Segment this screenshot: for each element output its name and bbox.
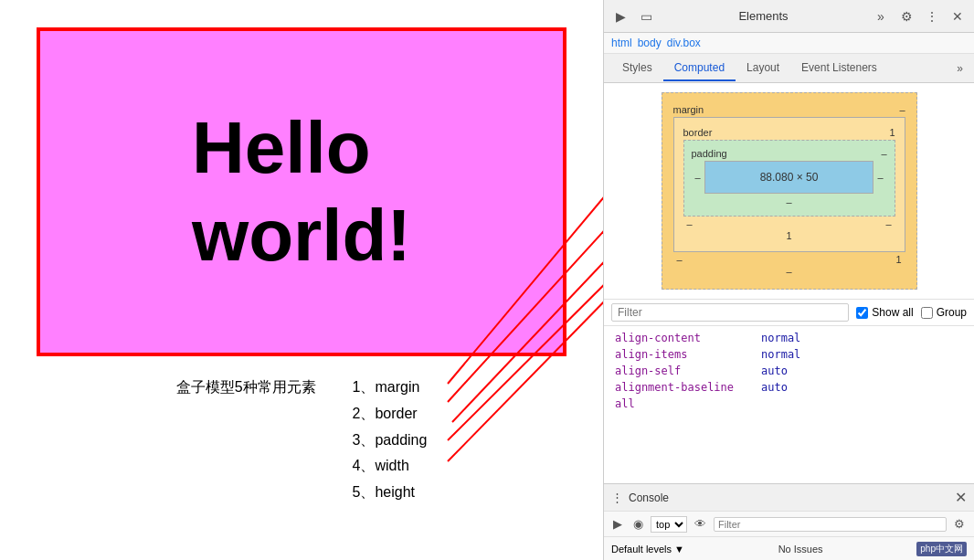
list-item: 3、padding — [353, 428, 428, 454]
css-prop-name: align-self — [615, 365, 761, 377]
padding-label: padding — [692, 148, 727, 159]
console-bar: ⋮ Console ✕ — [604, 483, 974, 511]
hello-text: Helloworld! — [192, 104, 411, 280]
list-item: 4、width — [353, 453, 428, 480]
box-model-diagram: margin – border 1 padding – — [662, 92, 917, 290]
group-group: Group — [921, 306, 967, 319]
css-prop-name: align-content — [615, 332, 761, 344]
list-item: 1、margin — [353, 375, 428, 401]
console-run-button[interactable]: ▶ — [609, 515, 626, 533]
css-prop-value: normal — [761, 348, 800, 361]
box-model-area: margin – border 1 padding – — [604, 83, 974, 300]
filter-input[interactable] — [611, 303, 849, 322]
breadcrumb-divbox[interactable]: div.box — [667, 37, 701, 49]
breadcrumb-html[interactable]: html — [611, 37, 632, 49]
border-left-val: – — [683, 218, 696, 229]
default-levels-label: Default levels — [611, 544, 672, 555]
css-property: align-content normal — [604, 330, 974, 346]
border-top-val: 1 — [889, 127, 895, 138]
css-prop-name: alignment-baseline — [615, 381, 761, 394]
tab-computed[interactable]: Computed — [663, 56, 736, 81]
margin-box: margin – border 1 padding – — [662, 92, 917, 290]
console-bottom: Default levels ▼ No Issues php中文网 — [604, 536, 974, 560]
eye-icon[interactable]: 👁 — [691, 515, 710, 533]
console-drag-icon: ⋮ — [611, 491, 623, 504]
border-box: border 1 padding – – 88.080 — [673, 117, 905, 252]
css-prop-value: normal — [761, 332, 800, 344]
bottom-info: 盒子模型5种常用元素 1、margin 2、border 3、padding 4… — [176, 375, 428, 506]
devtools-title: Elements — [662, 9, 864, 23]
console-close-button[interactable]: ✕ — [955, 489, 967, 506]
tab-event-listeners[interactable]: Event Listeners — [790, 56, 888, 81]
group-label: Group — [937, 306, 967, 319]
border-label: border — [683, 127, 713, 138]
left-panel: Helloworld! 盒子模型5种常用元素 1、margin 2、border… — [0, 0, 603, 560]
breadcrumb-body[interactable]: body — [638, 37, 662, 49]
box-items-list: 1、margin 2、border 3、padding 4、width 5、he… — [353, 375, 428, 506]
devtools-topbar: ▶ ▭ Elements » ⚙ ⋮ ✕ — [604, 0, 974, 33]
content-size: 88.080 × 50 — [760, 171, 819, 184]
css-property: align-items normal — [604, 346, 974, 363]
box-model-label: 盒子模型5种常用元素 — [176, 375, 316, 397]
console-filter-input[interactable] — [714, 517, 947, 532]
devtools-panel: ▶ ▭ Elements » ⚙ ⋮ ✕ html body div.box S… — [603, 0, 974, 560]
show-all-group: Show all — [856, 306, 913, 319]
device-icon[interactable]: ▭ — [637, 7, 655, 26]
padding-box: padding – – 88.080 × 50 – – — [683, 140, 895, 217]
border-bottom-val: 1 — [786, 230, 791, 241]
border-right-val: – — [882, 218, 895, 229]
close-icon[interactable]: ✕ — [948, 7, 967, 26]
margin-top-val: – — [899, 104, 905, 115]
hello-box: Helloworld! — [37, 27, 566, 356]
console-settings-icon[interactable]: ⚙ — [950, 515, 969, 533]
settings-icon[interactable]: ⚙ — [897, 7, 916, 26]
padding-bottom-val: – — [786, 196, 791, 207]
group-checkbox[interactable] — [921, 307, 933, 319]
css-properties-list: align-content normal align-items normal … — [604, 326, 974, 483]
padding-top-val: – — [881, 148, 886, 159]
margin-right-val: 1 — [892, 254, 905, 265]
more-tabs-icon[interactable]: » — [872, 7, 890, 26]
show-all-label: Show all — [872, 306, 913, 319]
default-levels-dropdown[interactable]: Default levels ▼ — [611, 544, 684, 555]
list-item: 5、height — [353, 480, 428, 506]
breadcrumb: html body div.box — [604, 33, 974, 54]
css-prop-name: align-items — [615, 348, 761, 361]
console-title: Console — [629, 491, 949, 504]
margin-label: margin — [673, 104, 704, 115]
css-property: align-self auto — [604, 363, 974, 379]
inspect-icon[interactable]: ▶ — [611, 7, 630, 26]
margin-bottom-val: – — [786, 266, 791, 277]
css-property: all — [604, 396, 974, 412]
tab-overflow-icon[interactable]: » — [953, 58, 967, 79]
console-stop-button[interactable]: ◉ — [630, 515, 647, 533]
css-prop-value: auto — [761, 365, 788, 377]
dropdown-arrow-icon: ▼ — [674, 544, 684, 555]
list-item: 2、border — [353, 401, 428, 428]
css-prop-value: auto — [761, 381, 788, 394]
console-toolbar: ▶ ◉ top 👁 ⚙ — [604, 511, 974, 536]
padding-right-val: – — [873, 172, 886, 183]
tab-layout[interactable]: Layout — [736, 56, 790, 81]
margin-left-val: – — [673, 254, 686, 265]
php-badge: php中文网 — [916, 542, 967, 556]
filter-area: Show all Group — [604, 300, 974, 326]
content-box: 88.080 × 50 — [704, 161, 874, 194]
top-selector[interactable]: top — [651, 516, 687, 533]
devtools-tabs: Styles Computed Layout Event Listeners » — [604, 54, 974, 83]
padding-left-val: – — [692, 172, 704, 183]
more-options-icon[interactable]: ⋮ — [923, 7, 941, 26]
css-prop-name: all — [615, 397, 761, 410]
no-issues-label: No Issues — [778, 544, 823, 555]
tab-styles[interactable]: Styles — [611, 56, 663, 81]
show-all-checkbox[interactable] — [856, 307, 868, 319]
css-property: alignment-baseline auto — [604, 379, 974, 396]
